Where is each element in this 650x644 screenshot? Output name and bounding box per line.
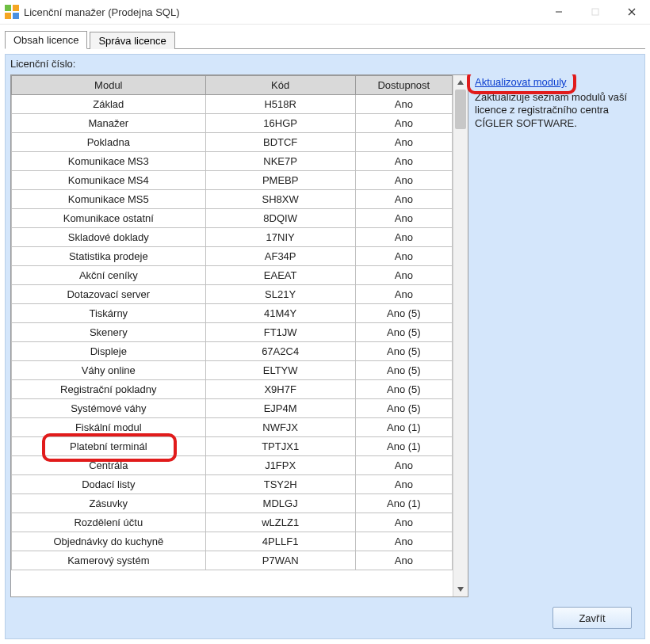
content-panel: Licenční číslo: Modul Kód Dostupnost (5, 54, 645, 639)
cell-code: J1FPX (205, 456, 355, 475)
cell-code: 41M4Y (205, 304, 355, 323)
cell-availability: Ano (355, 285, 452, 304)
table-row[interactable]: Statistika prodejeAF34PAno (12, 247, 453, 266)
maximize-button[interactable] (577, 0, 614, 24)
cell-code: EAEAT (205, 266, 355, 285)
table-row[interactable]: Systémové váhyEJP4MAno (5) (12, 399, 453, 418)
table-row[interactable]: ZásuvkyMDLGJAno (1) (12, 494, 453, 513)
col-header-code[interactable]: Kód (205, 76, 355, 95)
cell-code: 67A2C4 (205, 342, 355, 361)
scroll-down-icon[interactable] (453, 582, 468, 596)
minimize-button[interactable] (541, 0, 577, 24)
table-row[interactable]: Rozdělení účtuwLZLZ1Ano (12, 513, 453, 532)
table-row[interactable]: SkeneryFT1JWAno (5) (12, 323, 453, 342)
svg-marker-8 (457, 80, 464, 85)
svg-rect-3 (13, 13, 19, 19)
cell-availability: Ano (1) (355, 494, 452, 513)
cell-code: 8DQIW (205, 209, 355, 228)
cell-code: TSY2H (205, 475, 355, 494)
table-row[interactable]: Komunikace MS4PMEBPAno (12, 171, 453, 190)
cell-availability: Ano (355, 209, 452, 228)
table-row[interactable]: Dodací listyTSY2HAno (12, 475, 453, 494)
cell-module: Zásuvky (12, 494, 206, 513)
side-panel: Aktualizovat moduly Zaktualizuje seznam … (475, 74, 640, 597)
vertical-scrollbar[interactable] (453, 75, 468, 596)
app-icon (5, 5, 19, 19)
cell-code: NWFJX (205, 418, 355, 437)
desc-line: Zaktualizuje seznam modulů vaší (475, 91, 627, 103)
cell-availability: Ano (355, 247, 452, 266)
cell-availability: Ano (355, 114, 452, 133)
module-table-container: Modul Kód Dostupnost ZákladH518RAnoManaž… (10, 74, 468, 597)
cell-availability: Ano (5) (355, 304, 452, 323)
tab-sprava-licence[interactable]: Správa licence (90, 32, 174, 49)
cell-availability: Ano (355, 266, 452, 285)
cell-availability: Ano (1) (355, 418, 452, 437)
tab-bar: Obsah licence Správa licence (0, 25, 650, 48)
cell-availability: Ano (355, 551, 452, 570)
scroll-up-icon[interactable] (453, 75, 468, 90)
cell-availability: Ano (5) (355, 399, 452, 418)
table-row[interactable]: Skladové doklady17NIYAno (12, 228, 453, 247)
cell-code: EJP4M (205, 399, 355, 418)
table-row[interactable]: ZákladH518RAno (12, 95, 453, 114)
close-button[interactable] (614, 0, 650, 24)
cell-module: Komunikace MS5 (12, 190, 206, 209)
table-row[interactable]: Displeje67A2C4Ano (5) (12, 342, 453, 361)
cell-code: 17NIY (205, 228, 355, 247)
table-row[interactable]: Kamerový systémP7WANAno (12, 551, 453, 570)
svg-rect-1 (13, 5, 19, 11)
table-row[interactable]: Registrační pokladnyX9H7FAno (5) (12, 380, 453, 399)
cell-code: NKE7P (205, 152, 355, 171)
table-row[interactable]: Fiskální modulNWFJXAno (1) (12, 418, 453, 437)
table-row[interactable]: Váhy onlineELTYWAno (5) (12, 361, 453, 380)
cell-availability: Ano (355, 475, 452, 494)
close-dialog-button[interactable]: Zavřít (552, 607, 632, 629)
cell-module: Skenery (12, 323, 206, 342)
titlebar: Licenční manažer (Prodejna SQL) (0, 0, 650, 25)
cell-availability: Ano (355, 152, 452, 171)
license-number-label: Licenční číslo: (6, 55, 644, 74)
cell-availability: Ano (5) (355, 342, 452, 361)
cell-code: 4PLLF1 (205, 532, 355, 551)
table-row[interactable]: Platební terminálTPTJX1Ano (1) (12, 437, 453, 456)
table-row[interactable]: Manažer16HGPAno (12, 114, 453, 133)
cell-availability: Ano (1) (355, 437, 452, 456)
table-row[interactable]: Tiskárny41M4YAno (5) (12, 304, 453, 323)
cell-module: Komunikace MS3 (12, 152, 206, 171)
table-row[interactable]: Komunikace MS3NKE7PAno (12, 152, 453, 171)
table-row[interactable]: Komunikace MS5SH8XWAno (12, 190, 453, 209)
table-row[interactable]: Objednávky do kuchyně4PLLF1Ano (12, 532, 453, 551)
tab-label: Správa licence (98, 35, 166, 47)
cell-code: 16HGP (205, 114, 355, 133)
cell-availability: Ano (355, 228, 452, 247)
module-table: Modul Kód Dostupnost ZákladH518RAnoManaž… (11, 75, 453, 570)
cell-code: BDTCF (205, 133, 355, 152)
cell-code: ELTYW (205, 361, 355, 380)
col-header-availability[interactable]: Dostupnost (355, 76, 452, 95)
window-root: Licenční manažer (Prodejna SQL) Obsah li… (0, 0, 650, 644)
update-modules-description: Zaktualizuje seznam modulů vaší licence … (475, 91, 640, 130)
table-row[interactable]: PokladnaBDTCFAno (12, 133, 453, 152)
svg-rect-0 (5, 5, 11, 11)
cell-module: Komunikace MS4 (12, 171, 206, 190)
update-modules-link[interactable]: Aktualizovat moduly (475, 76, 567, 88)
scroll-track[interactable] (453, 90, 468, 582)
col-header-module[interactable]: Modul (12, 76, 206, 95)
cell-module: Dotazovací server (12, 285, 206, 304)
table-row[interactable]: Akční ceníkyEAEATAno (12, 266, 453, 285)
table-row[interactable]: CentrálaJ1FPXAno (12, 456, 453, 475)
cell-availability: Ano (5) (355, 361, 452, 380)
scroll-thumb[interactable] (455, 90, 466, 129)
window-buttons (541, 0, 650, 24)
cell-module: Displeje (12, 342, 206, 361)
table-row[interactable]: Komunikace ostatní8DQIWAno (12, 209, 453, 228)
cell-code: SH8XW (205, 190, 355, 209)
window-title: Licenční manažer (Prodejna SQL) (24, 6, 541, 18)
cell-availability: Ano (355, 171, 452, 190)
svg-marker-9 (457, 587, 464, 592)
cell-module: Tiskárny (12, 304, 206, 323)
tab-obsah-licence[interactable]: Obsah licence (5, 31, 87, 49)
cell-module: Kamerový systém (12, 551, 206, 570)
table-row[interactable]: Dotazovací serverSL21YAno (12, 285, 453, 304)
